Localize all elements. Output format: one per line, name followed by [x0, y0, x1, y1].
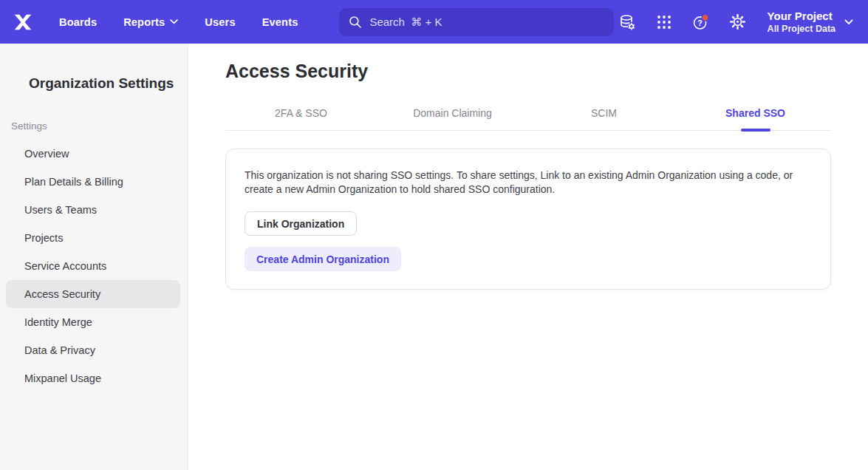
search-bar[interactable] [339, 8, 614, 36]
nav-item-events[interactable]: Events [262, 16, 298, 28]
project-selector-text: Your Project All Project Data [768, 10, 835, 35]
svg-text:?: ? [697, 18, 702, 27]
nav-right-controls: ? Your Proj [618, 10, 868, 35]
sidebar-section-label: Settings [11, 120, 188, 132]
project-selector[interactable]: Your Project All Project Data [768, 10, 853, 35]
tab-scim[interactable]: SCIM [528, 107, 680, 130]
sidebar-title: Organization Settings [29, 75, 188, 92]
link-organization-button[interactable]: Link Organization [245, 211, 357, 236]
sidebar-item-mixpanel-usage[interactable]: Mixpanel Usage [6, 364, 180, 392]
tab-2fa-sso[interactable]: 2FA & SSO [225, 107, 377, 130]
nav-links: Boards Reports Users Events [59, 16, 298, 28]
sidebar-item-identity-merge[interactable]: Identity Merge [6, 308, 180, 336]
nav-item-users[interactable]: Users [205, 16, 235, 28]
tab-shared-sso[interactable]: Shared SSO [680, 107, 831, 130]
sidebar-item-service-accounts[interactable]: Service Accounts [6, 252, 180, 280]
sidebar-item-access-security[interactable]: Access Security [6, 280, 180, 308]
database-gear-icon[interactable] [618, 13, 636, 31]
sidebar-item-data-privacy[interactable]: Data & Privacy [6, 336, 180, 364]
nav-item-label: Users [205, 16, 235, 28]
tab-bar: 2FA & SSO Domain Claiming SCIM Shared SS… [225, 107, 831, 131]
nav-item-label: Boards [59, 16, 97, 28]
create-admin-organization-button[interactable]: Create Admin Organization [245, 247, 401, 271]
shared-sso-card: This organization is not sharing SSO set… [225, 149, 831, 290]
settings-sidebar: Organization Settings Settings Overview … [0, 44, 188, 470]
project-name: Your Project [768, 10, 833, 23]
nav-item-label: Reports [123, 16, 165, 28]
tab-domain-claiming[interactable]: Domain Claiming [377, 107, 528, 130]
chevron-down-icon [170, 19, 178, 24]
search-icon [349, 16, 362, 29]
project-data-scope: All Project Data [768, 23, 835, 35]
nav-item-label: Events [262, 16, 298, 28]
nav-item-reports[interactable]: Reports [123, 16, 178, 28]
mixpanel-logo-icon [12, 11, 34, 33]
sidebar-item-users-teams[interactable]: Users & Teams [6, 196, 180, 224]
chevron-down-icon [844, 19, 853, 25]
help-icon[interactable]: ? [692, 13, 710, 31]
mixpanel-logo[interactable] [12, 11, 34, 33]
page-title: Access Security [225, 61, 868, 82]
main-content: Access Security 2FA & SSO Domain Claimin… [188, 44, 868, 470]
top-navigation: Boards Reports Users Events [0, 0, 868, 44]
nav-item-boards[interactable]: Boards [59, 16, 97, 28]
settings-gear-icon[interactable] [729, 13, 747, 31]
sidebar-item-projects[interactable]: Projects [6, 224, 180, 252]
apps-grid-icon[interactable] [655, 13, 673, 31]
sidebar-item-plan-details-billing[interactable]: Plan Details & Billing [6, 168, 180, 196]
sidebar-item-overview[interactable]: Overview [6, 140, 180, 168]
notification-dot [702, 14, 708, 21]
search-input[interactable] [369, 16, 604, 28]
shared-sso-description: This organization is not sharing SSO set… [245, 168, 807, 197]
